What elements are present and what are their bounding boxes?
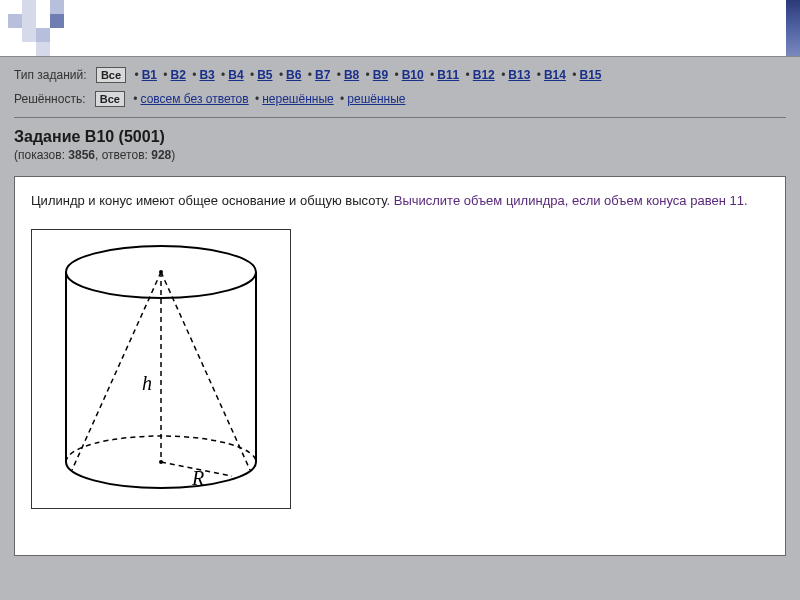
- filter-b13[interactable]: B13: [508, 68, 530, 82]
- filter-b2[interactable]: B2: [171, 68, 186, 82]
- figure: h R: [31, 229, 291, 509]
- filter-b7[interactable]: B7: [315, 68, 330, 82]
- task-title: Задание B10 (5001): [14, 128, 786, 146]
- h-label: h: [142, 372, 152, 394]
- views-count: 3856: [68, 148, 95, 162]
- filter-b6[interactable]: B6: [286, 68, 301, 82]
- solved-label: Решённость:: [14, 92, 85, 106]
- filter-b9[interactable]: B9: [373, 68, 388, 82]
- svg-line-4: [72, 272, 161, 470]
- filter-b11[interactable]: B11: [437, 68, 459, 82]
- header-decoration: [0, 0, 800, 56]
- problem-text-part1: Цилиндр и конус имеют общее основание и …: [31, 193, 386, 208]
- filter-b14[interactable]: B14: [544, 68, 566, 82]
- close-paren: ): [171, 148, 175, 162]
- svg-point-8: [159, 460, 163, 464]
- problem-box: Цилиндр и конус имеют общее основание и …: [14, 176, 786, 556]
- views-label: (показов:: [14, 148, 65, 162]
- task-type-label: Тип заданий:: [14, 68, 87, 82]
- filter-b5[interactable]: B5: [257, 68, 272, 82]
- answers-count: 928: [151, 148, 171, 162]
- filter-b15[interactable]: B15: [579, 68, 601, 82]
- filter-b1[interactable]: B1: [142, 68, 157, 82]
- task-type-filter: Тип заданий: Все •B1 •B2 •B3 •B4 •B5 •B6…: [14, 63, 786, 87]
- separator: [14, 117, 786, 118]
- solved-option-solved[interactable]: решённые: [347, 92, 405, 106]
- filter-b4[interactable]: B4: [228, 68, 243, 82]
- content-area: Тип заданий: Все •B1 •B2 •B3 •B4 •B5 •B6…: [0, 56, 800, 600]
- filter-b12[interactable]: B12: [473, 68, 495, 82]
- svg-line-5: [161, 272, 250, 470]
- filter-b8[interactable]: B8: [344, 68, 359, 82]
- filter-b10[interactable]: B10: [402, 68, 424, 82]
- solved-filter: Решённость: Все •совсем без ответов •нер…: [14, 87, 786, 111]
- solved-option-none[interactable]: совсем без ответов: [141, 92, 249, 106]
- solved-option-unsolved[interactable]: нерешённые: [262, 92, 334, 106]
- solved-all-box[interactable]: Все: [95, 91, 125, 107]
- r-label: R: [191, 467, 204, 489]
- task-stats: (показов: 3856, ответов: 928): [14, 148, 786, 162]
- filter-b3[interactable]: B3: [199, 68, 214, 82]
- problem-text-part2: . Вычислите объем цилиндра, если объем к…: [386, 193, 747, 208]
- problem-text: Цилиндр и конус имеют общее основание и …: [31, 191, 769, 211]
- answers-label: , ответов:: [95, 148, 148, 162]
- filter-all-box[interactable]: Все: [96, 67, 126, 83]
- cylinder-cone-diagram: h R: [32, 230, 290, 508]
